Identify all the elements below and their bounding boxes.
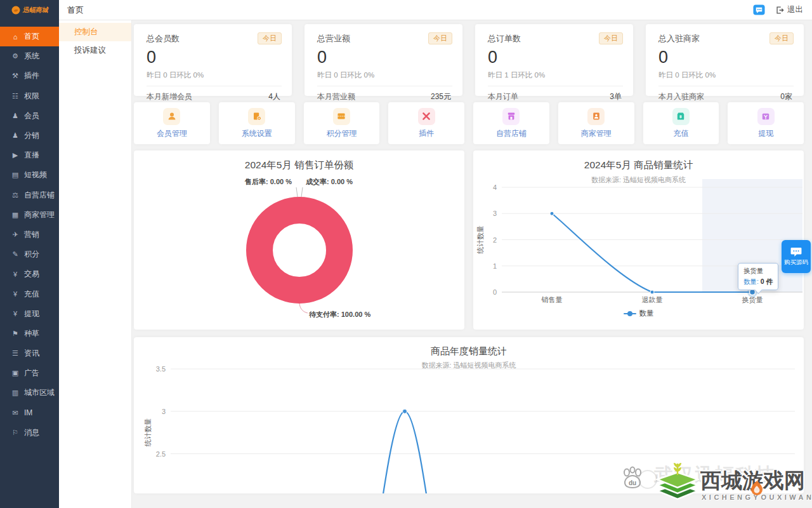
message-icon: ⚐ xyxy=(11,429,20,437)
svg-text:0: 0 xyxy=(493,288,497,296)
stat-card-footer: 本月入驻商家0家 xyxy=(658,86,794,102)
ad-icon: ▣ xyxy=(11,369,20,377)
shop-icon xyxy=(502,108,520,125)
sidebar-item-withdraw[interactable]: ¥提现 xyxy=(0,304,59,324)
sidebar-item-news[interactable]: ☰资讯 xyxy=(0,344,59,363)
sidebar-item-distribution[interactable]: ♟分销 xyxy=(0,126,59,145)
tab-home[interactable]: 首页 xyxy=(67,4,84,16)
svg-text:2: 2 xyxy=(493,236,497,244)
sidebar-item-label: 短视频 xyxy=(24,170,47,180)
logout-button[interactable]: 退出 xyxy=(775,4,803,15)
permission-icon: ☷ xyxy=(11,92,20,100)
buy-source-button[interactable]: 购买源码 xyxy=(782,240,811,273)
stat-card: 总会员数今日0昨日 0 日环比 0%本月新增会员4人 xyxy=(134,24,292,96)
shortcut-withdraw[interactable]: 提现 xyxy=(728,102,804,144)
plugin-icon: ⚒ xyxy=(11,72,20,80)
settings-icon xyxy=(248,108,265,125)
sidebar-item-member[interactable]: ♟会员 xyxy=(0,106,59,126)
stat-footer-value: 4人 xyxy=(268,91,280,102)
sidebar-item-label: 权限 xyxy=(24,91,39,102)
sidebar-item-trade[interactable]: ¥交易 xyxy=(0,264,59,284)
shortcuts-row: 会员管理系统设置积分管理插件自营店铺商家管理充值提现 xyxy=(134,102,804,144)
self-store-icon: ⚖ xyxy=(11,191,20,199)
stat-card-value: 0 xyxy=(658,48,794,67)
sidebar-item-label: 系统 xyxy=(24,51,39,62)
sidebar: ⌂首页⚙系统⚒插件☷权限♟会员♟分销▶直播▤短视频⚖自营店铺▦商家管理✈营销✎积… xyxy=(0,20,59,508)
charts-row: 2024年5月 销售订单份额 售后率: 0.00 % 成交率: 0.00 % 待… xyxy=(134,150,804,330)
shortcut-system-settings[interactable]: 系统设置 xyxy=(219,102,295,144)
sidebar-item-permission[interactable]: ☷权限 xyxy=(0,86,59,106)
shortcut-label: 积分管理 xyxy=(326,128,357,139)
sidebar-item-label: 广告 xyxy=(24,368,39,378)
svg-text:4: 4 xyxy=(493,184,497,191)
topbar: 迅蝠商城 首页 退出 xyxy=(0,0,812,20)
annual-line-chart[interactable]: 3.532.521.51统计数量 xyxy=(134,337,804,493)
stat-footer-label: 本月新增会员 xyxy=(147,91,192,102)
annual-chart-card: 商品年度销量统计 数据来源: 迅蝠短视频电商系统 3.532.521.51统计数… xyxy=(134,337,804,493)
marketing-icon: ✈ xyxy=(11,231,20,239)
donut-label-unpaid: 待支付率: 100.00 % xyxy=(309,310,370,319)
sidebar-item-label: 营销 xyxy=(24,229,39,240)
shortcut-label: 系统设置 xyxy=(242,128,272,139)
svg-text:3: 3 xyxy=(493,210,497,217)
main-content: 总会员数今日0昨日 0 日环比 0%本月新增会员4人总营业额今日0昨日 0 日环… xyxy=(132,20,812,508)
shortcut-recharge[interactable]: 充值 xyxy=(643,102,719,144)
chart-legend[interactable]: 数量 xyxy=(473,309,804,318)
shortcut-label: 提现 xyxy=(758,128,773,139)
sidebar-item-ad[interactable]: ▣广告 xyxy=(0,363,59,383)
sidebar-item-label: 直播 xyxy=(24,150,39,161)
recharge-icon: ¥ xyxy=(11,290,20,298)
sidebar-item-plugin[interactable]: ⚒插件 xyxy=(0,66,59,86)
stat-card-subtext: 昨日 0 日环比 0% xyxy=(147,70,282,80)
live-icon: ▶ xyxy=(11,151,20,159)
stat-card-title: 总营业额 xyxy=(317,33,350,44)
stat-card-subtext: 昨日 1 日环比 0% xyxy=(488,70,623,80)
stat-footer-value: 3单 xyxy=(610,91,622,102)
sidebar-item-marketing[interactable]: ✈营销 xyxy=(0,225,59,244)
chart-tooltip: 换货量 数量: 0 件 xyxy=(738,263,778,290)
sidebar-item-home[interactable]: ⌂首页 xyxy=(0,27,59,46)
donut-chart[interactable] xyxy=(134,150,464,330)
sidebar-item-label: 插件 xyxy=(24,70,39,81)
svg-text:2: 2 xyxy=(162,492,166,493)
sidebar-item-city[interactable]: ▥城市区域 xyxy=(0,383,59,403)
sales-line-chart[interactable]: 01234销售量退款量换货量统计数量 xyxy=(473,150,804,330)
sidebar-item-points[interactable]: ✎积分 xyxy=(0,244,59,264)
svg-text:1: 1 xyxy=(493,262,497,270)
submenu: 控制台投诉建议 xyxy=(59,20,132,508)
sidebar-item-short-video[interactable]: ▤短视频 xyxy=(0,165,59,185)
sidebar-item-label: IM xyxy=(24,408,32,417)
logout-label: 退出 xyxy=(787,4,803,15)
sidebar-item-label: 自营店铺 xyxy=(24,190,55,201)
tooltip-title: 换货量 xyxy=(743,267,773,276)
distribution-icon: ♟ xyxy=(11,131,20,140)
sidebar-item-label: 种草 xyxy=(24,328,39,339)
recharge-icon xyxy=(672,108,690,125)
shortcut-member-management[interactable]: 会员管理 xyxy=(134,102,210,144)
today-badge: 今日 xyxy=(599,32,623,44)
submenu-item-complaint[interactable]: 投诉建议 xyxy=(59,41,131,60)
sidebar-item-grass[interactable]: ⚑种草 xyxy=(0,324,59,344)
sidebar-item-im[interactable]: ✉IM xyxy=(0,403,59,423)
app-logo: 迅蝠商城 xyxy=(0,0,59,20)
today-badge: 今日 xyxy=(258,32,282,44)
withdraw-icon xyxy=(757,108,775,125)
shortcut-plugin[interactable]: 插件 xyxy=(388,102,464,144)
sidebar-item-system[interactable]: ⚙系统 xyxy=(0,46,59,66)
sidebar-item-message[interactable]: ⚐消息 xyxy=(0,423,59,443)
sidebar-item-live[interactable]: ▶直播 xyxy=(0,145,59,165)
sidebar-item-label: 商家管理 xyxy=(24,210,55,220)
sidebar-item-merchant-manage[interactable]: ▦商家管理 xyxy=(0,205,59,225)
submenu-item-console[interactable]: 控制台 xyxy=(59,23,131,41)
shortcut-points-management[interactable]: 积分管理 xyxy=(304,102,380,144)
donut-chart-card: 2024年5月 销售订单份额 售后率: 0.00 % 成交率: 0.00 % 待… xyxy=(134,150,464,330)
grass-icon: ⚑ xyxy=(11,330,20,338)
merchant-icon xyxy=(587,108,605,125)
shortcut-merchant-management[interactable]: 商家管理 xyxy=(558,102,634,144)
sidebar-item-self-store[interactable]: ⚖自营店铺 xyxy=(0,185,59,205)
shortcut-self-store[interactable]: 自营店铺 xyxy=(473,102,549,144)
customer-service-icon[interactable] xyxy=(753,4,765,16)
shortcut-label: 充值 xyxy=(673,128,688,139)
sidebar-item-recharge[interactable]: ¥充值 xyxy=(0,284,59,304)
sales-line-chart-card: 2024年5月 商品销量统计 数据来源: 迅蝠短视频电商系统 01234销售量退… xyxy=(473,150,804,330)
